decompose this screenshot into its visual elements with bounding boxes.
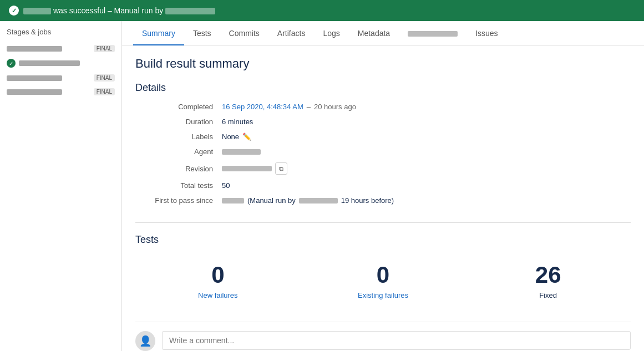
main-content: Summary Tests Commits Artifacts Logs Met… bbox=[122, 21, 644, 351]
labels-row: Labels None ✏️ bbox=[135, 133, 631, 141]
sidebar-item-1-label bbox=[7, 46, 62, 52]
first-pass-redacted-2 bbox=[299, 198, 338, 204]
tab-redacted-label bbox=[408, 31, 458, 37]
tests-section: Tests 0 New failures 0 Existing failures bbox=[135, 234, 631, 308]
agent-value bbox=[222, 149, 261, 155]
avatar-icon: 👤 bbox=[139, 335, 151, 347]
new-failures-stat: 0 New failures bbox=[135, 255, 301, 308]
new-failures-label[interactable]: New failures bbox=[198, 291, 238, 299]
sidebar: Stages & jobs FINAL FINAL bbox=[0, 21, 122, 351]
tab-tests[interactable]: Tests bbox=[184, 21, 220, 45]
revision-value: ⧉ bbox=[222, 162, 287, 175]
tests-stats: 0 New failures 0 Existing failures 26 Fi… bbox=[135, 255, 631, 308]
sidebar-item-4-label bbox=[7, 89, 62, 95]
tests-title: Tests bbox=[135, 234, 631, 246]
first-pass-row: First to pass since (Manual run by 19 ho… bbox=[135, 196, 631, 205]
first-pass-label: First to pass since bbox=[135, 196, 213, 205]
page-content: Build result summary Details Completed 1… bbox=[122, 45, 644, 351]
new-failures-count: 0 bbox=[211, 263, 224, 287]
total-tests-value: 50 bbox=[222, 181, 230, 190]
completed-date-link[interactable]: 16 Sep 2020, 4:48:34 AM bbox=[222, 103, 303, 111]
page-title: Build result summary bbox=[135, 57, 631, 71]
completed-label: Completed bbox=[135, 103, 213, 111]
tab-summary[interactable]: Summary bbox=[133, 21, 184, 45]
sidebar-badge-1: FINAL bbox=[94, 45, 115, 52]
comment-section: 👤 bbox=[135, 322, 631, 351]
agent-redacted bbox=[222, 149, 261, 155]
sidebar-item-4[interactable]: FINAL bbox=[0, 85, 121, 99]
details-title: Details bbox=[135, 82, 631, 94]
status-text: was successful – Manual run by bbox=[53, 6, 163, 15]
sidebar-item-3[interactable]: FINAL bbox=[0, 71, 121, 85]
sidebar-item-2-content bbox=[7, 59, 80, 68]
first-pass-value: (Manual run by 19 hours before) bbox=[222, 196, 394, 205]
comment-input[interactable] bbox=[162, 331, 631, 350]
agent-row: Agent bbox=[135, 147, 631, 156]
total-tests-label: Total tests bbox=[135, 181, 213, 190]
sidebar-item-3-content bbox=[7, 75, 62, 81]
total-tests-row: Total tests 50 bbox=[135, 181, 631, 190]
completed-relative: 20 hours ago bbox=[314, 103, 356, 111]
duration-text: 6 minutes bbox=[222, 118, 253, 126]
completed-separator: – bbox=[307, 103, 311, 111]
first-pass-hours: 19 hours before) bbox=[341, 196, 394, 205]
sidebar-item-2-label bbox=[19, 60, 80, 66]
sidebar-item-3-label bbox=[7, 75, 62, 81]
edit-labels-icon[interactable]: ✏️ bbox=[242, 133, 251, 141]
main-layout: Stages & jobs FINAL FINAL bbox=[0, 21, 644, 351]
existing-failures-stat: 0 Existing failures bbox=[301, 255, 466, 308]
agent-label: Agent bbox=[135, 147, 213, 156]
fixed-stat: 26 Fixed bbox=[465, 255, 631, 308]
revision-row: Revision ⧉ bbox=[135, 162, 631, 175]
labels-value: None ✏️ bbox=[222, 133, 251, 141]
duration-label: Duration bbox=[135, 118, 213, 126]
sidebar-item-2[interactable] bbox=[0, 55, 121, 71]
tab-logs[interactable]: Logs bbox=[314, 21, 348, 45]
fixed-count: 26 bbox=[535, 263, 561, 287]
completed-value: 16 Sep 2020, 4:48:34 AM – 20 hours ago bbox=[222, 103, 356, 111]
sidebar-item-4-content bbox=[7, 89, 62, 95]
total-tests-count: 50 bbox=[222, 181, 230, 190]
success-icon bbox=[9, 6, 19, 16]
duration-row: Duration 6 minutes bbox=[135, 118, 631, 126]
existing-failures-count: 0 bbox=[377, 263, 389, 287]
completed-row: Completed 16 Sep 2020, 4:48:34 AM – 20 h… bbox=[135, 103, 631, 111]
tab-issues[interactable]: Issues bbox=[466, 21, 506, 45]
top-bar-text: was successful – Manual run by bbox=[23, 6, 215, 15]
revision-redacted bbox=[222, 166, 272, 171]
first-pass-paren-open: (Manual run by bbox=[247, 196, 296, 205]
labels-label: Labels bbox=[135, 133, 213, 141]
copy-revision-icon[interactable]: ⧉ bbox=[275, 162, 287, 175]
redacted-user bbox=[165, 8, 215, 14]
sidebar-title: Stages & jobs bbox=[0, 28, 121, 42]
tab-commits[interactable]: Commits bbox=[220, 21, 268, 45]
tab-redacted[interactable] bbox=[399, 21, 466, 45]
sidebar-item-1[interactable]: FINAL bbox=[0, 42, 121, 55]
revision-label: Revision bbox=[135, 165, 213, 173]
labels-text: None bbox=[222, 133, 239, 141]
details-section: Details Completed 16 Sep 2020, 4:48:34 A… bbox=[135, 82, 631, 223]
sidebar-badge-4: FINAL bbox=[94, 88, 115, 95]
redacted-build-name bbox=[23, 8, 51, 14]
fixed-label: Fixed bbox=[539, 291, 557, 299]
tab-artifacts[interactable]: Artifacts bbox=[268, 21, 315, 45]
first-pass-redacted-1 bbox=[222, 198, 244, 204]
tabs-bar: Summary Tests Commits Artifacts Logs Met… bbox=[122, 21, 644, 45]
sidebar-item-1-content bbox=[7, 46, 62, 52]
top-bar: was successful – Manual run by bbox=[0, 0, 644, 21]
existing-failures-label[interactable]: Existing failures bbox=[358, 291, 408, 299]
sidebar-badge-3: FINAL bbox=[94, 74, 115, 82]
duration-value: 6 minutes bbox=[222, 118, 253, 126]
avatar: 👤 bbox=[135, 331, 155, 351]
tab-metadata[interactable]: Metadata bbox=[349, 21, 399, 45]
check-icon-2 bbox=[7, 59, 16, 68]
